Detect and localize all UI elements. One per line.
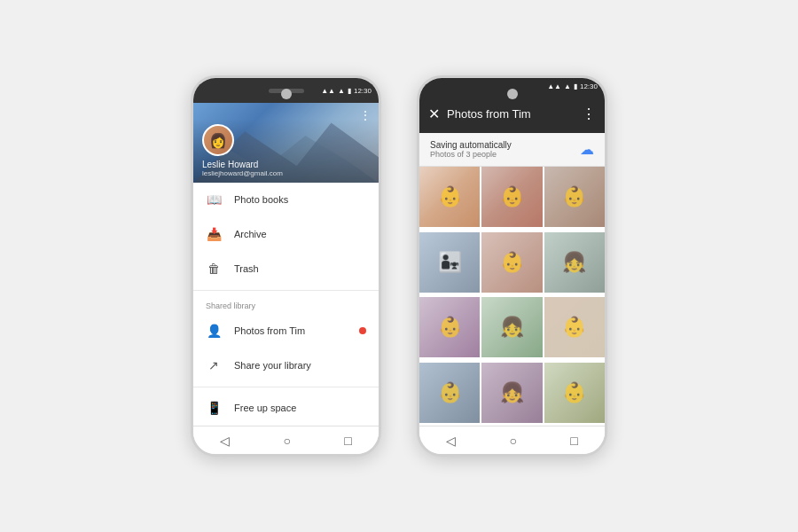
photo-cell[interactable]: 👧 xyxy=(481,363,542,423)
menu-item-share-library[interactable]: ↗ Share your library xyxy=(193,348,379,383)
close-button[interactable]: ✕ xyxy=(428,106,440,122)
photo-cell[interactable]: 👶 xyxy=(544,363,605,423)
back-button-right[interactable]: ◁ xyxy=(446,434,456,448)
profile-more-button[interactable]: ⋮ xyxy=(359,108,372,122)
menu-item-photo-books[interactable]: 📖 Photo books xyxy=(193,183,379,217)
photo-cell[interactable]: 👧 xyxy=(481,297,542,357)
right-phone: ▲▲ ▲ ▮ 12:30 ✕ Photos from Tim ⋮ Saving … xyxy=(417,75,607,457)
recents-button-right[interactable]: □ xyxy=(570,434,577,448)
trash-label: Trash xyxy=(234,263,366,274)
share-icon: ↗ xyxy=(206,357,222,373)
free-up-space-label: Free up space xyxy=(234,403,366,413)
profile-overlay: 👩 Leslie Howard lesliejhoward@gmail.com xyxy=(193,119,379,183)
speaker xyxy=(269,89,304,93)
person-icon: 👤 xyxy=(206,323,222,339)
menu-divider-2 xyxy=(193,387,379,387)
photo-cell[interactable]: 👧 xyxy=(544,232,605,293)
more-options-button[interactable]: ⋮ xyxy=(582,106,596,122)
left-phone: ▲▲ ▲ ▮ 12:30 👩 Leslie Ho xyxy=(191,75,381,457)
free-space-icon: 📱 xyxy=(206,400,222,416)
right-nav-bar: ◁ ○ □ xyxy=(419,426,605,454)
photo-cell[interactable]: 👶 xyxy=(481,167,542,227)
battery-icon: ▮ xyxy=(348,87,351,95)
photo-cell[interactable]: 👶 xyxy=(544,297,605,357)
photos-from-tim-label: Photos from Tim xyxy=(234,325,347,336)
photo-cell[interactable]: 👶 xyxy=(419,167,480,227)
notification-dot xyxy=(359,327,366,334)
wifi-icon-right: ▲ xyxy=(564,82,571,90)
photo-books-label: Photo books xyxy=(234,194,366,205)
menu-divider xyxy=(193,290,379,291)
share-library-label: Share your library xyxy=(234,360,366,371)
wifi-icon: ▲ xyxy=(338,87,345,95)
shared-library-section: Shared library xyxy=(193,294,379,314)
left-status-icons: ▲▲ ▲ ▮ 12:30 xyxy=(321,87,372,95)
menu-item-archive[interactable]: 📥 Archive xyxy=(193,217,379,252)
photo-cell[interactable]: 👶 xyxy=(544,167,605,227)
right-status-bar: ▲▲ ▲ ▮ 12:30 xyxy=(419,78,605,94)
menu-item-trash[interactable]: 🗑 Trash xyxy=(193,252,379,286)
photos-header: ✕ Photos from Tim ⋮ xyxy=(419,94,605,133)
left-phone-content: 👩 Leslie Howard lesliejhoward@gmail.com … xyxy=(193,103,379,426)
saving-bar: Saving automatically Photos of 3 people … xyxy=(419,133,605,167)
saving-subtitle: Photos of 3 people xyxy=(430,150,512,159)
profile-email: lesliejhoward@gmail.com xyxy=(202,169,370,177)
time-right: 12:30 xyxy=(580,82,598,90)
saving-title: Saving automatically xyxy=(430,140,512,150)
photo-books-icon: 📖 xyxy=(206,192,222,207)
menu-item-photos-from-tim[interactable]: 👤 Photos from Tim xyxy=(193,314,379,348)
left-status-bar: ▲▲ ▲ ▮ 12:30 xyxy=(193,78,379,103)
menu-item-free-up-space[interactable]: 📱 Free up space xyxy=(193,391,379,426)
menu-list: 📖 Photo books 📥 Archive 🗑 Trash Shared l… xyxy=(193,183,379,426)
battery-icon-right: ▮ xyxy=(574,82,577,90)
trash-icon: 🗑 xyxy=(206,261,222,277)
right-phone-content: ✕ Photos from Tim ⋮ Saving automatically… xyxy=(419,94,605,426)
photos-grid: 👶 👶 👶 👨‍👧 👶 👧 👶 xyxy=(419,167,605,426)
photo-cell[interactable]: 👶 xyxy=(419,363,480,423)
signal-icon: ▲▲ xyxy=(321,87,335,95)
signal-icon-right: ▲▲ xyxy=(547,82,561,90)
archive-label: Archive xyxy=(234,229,366,239)
photos-title: Photos from Tim xyxy=(447,107,575,121)
photo-cell[interactable]: 👨‍👧 xyxy=(419,232,480,293)
recents-button[interactable]: □ xyxy=(344,434,351,448)
saving-info: Saving automatically Photos of 3 people xyxy=(430,140,512,159)
profile-name: Leslie Howard xyxy=(202,160,370,169)
profile-header: 👩 Leslie Howard lesliejhoward@gmail.com … xyxy=(193,103,379,183)
photo-cell[interactable]: 👶 xyxy=(419,297,480,357)
photo-cell[interactable]: 👶 xyxy=(481,232,542,293)
time: 12:30 xyxy=(354,87,372,95)
cloud-upload-icon: ☁ xyxy=(580,141,594,158)
home-button[interactable]: ○ xyxy=(284,434,291,448)
back-button[interactable]: ◁ xyxy=(220,434,230,448)
avatar: 👩 xyxy=(202,124,234,156)
left-nav-bar: ◁ ○ □ xyxy=(193,426,379,454)
home-button-right[interactable]: ○ xyxy=(510,434,517,448)
archive-icon: 📥 xyxy=(206,226,222,242)
right-status-icons: ▲▲ ▲ ▮ 12:30 xyxy=(547,82,598,90)
avatar-emoji: 👩 xyxy=(209,132,227,149)
